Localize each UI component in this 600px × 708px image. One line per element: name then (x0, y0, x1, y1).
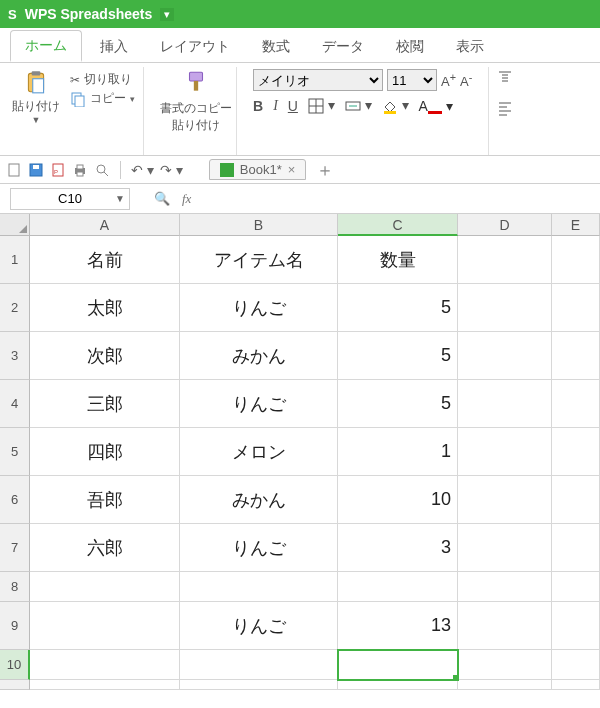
undo-button[interactable]: ↶ ▾ (131, 162, 154, 178)
row-header-1[interactable]: 1 (0, 236, 30, 284)
cell-C11[interactable] (338, 680, 458, 690)
name-box-dropdown-icon[interactable]: ▼ (115, 193, 125, 204)
align-left-button[interactable] (497, 98, 513, 115)
bold-button[interactable]: B (253, 98, 263, 114)
save-icon[interactable] (28, 161, 44, 178)
col-header-b[interactable]: B (180, 214, 338, 236)
cell-B5[interactable]: メロン (180, 428, 338, 476)
cell-C5[interactable]: 1 (338, 428, 458, 476)
font-size-select[interactable]: 11 (387, 69, 437, 91)
cell-D3[interactable] (458, 332, 552, 380)
cell-E10[interactable] (552, 650, 600, 680)
tab-view[interactable]: 表示 (442, 32, 498, 61)
workbook-tab[interactable]: Book1* × (209, 159, 307, 180)
paste-dropdown-icon[interactable]: ▼ (32, 115, 41, 125)
cell-E2[interactable] (552, 284, 600, 332)
cell-B8[interactable] (180, 572, 338, 602)
print-icon[interactable] (72, 161, 88, 178)
merge-button[interactable]: ▾ (345, 97, 372, 114)
cell-C1[interactable]: 数量 (338, 236, 458, 284)
cell-B10[interactable] (180, 650, 338, 680)
trace-search-icon[interactable]: 🔍 (154, 191, 170, 206)
underline-button[interactable]: U (288, 98, 298, 114)
cell-D11[interactable] (458, 680, 552, 690)
increase-font-icon[interactable]: A+ (441, 71, 456, 89)
name-box[interactable]: C10 ▼ (10, 188, 130, 210)
font-color-button[interactable]: A ▾ (419, 98, 453, 114)
format-painter-icon[interactable] (183, 69, 209, 98)
cell-B2[interactable]: りんご (180, 284, 338, 332)
cell-A1[interactable]: 名前 (30, 236, 180, 284)
redo-button[interactable]: ↷ ▾ (160, 162, 183, 178)
cell-E8[interactable] (552, 572, 600, 602)
select-all-corner[interactable] (0, 214, 30, 236)
fx-icon[interactable]: fx (182, 191, 191, 207)
row-header-5[interactable]: 5 (0, 428, 30, 476)
row-header-8[interactable]: 8 (0, 572, 30, 602)
cell-D2[interactable] (458, 284, 552, 332)
print-preview-icon[interactable] (94, 161, 110, 178)
col-header-d[interactable]: D (458, 214, 552, 236)
cell-E3[interactable] (552, 332, 600, 380)
cell-C4[interactable]: 5 (338, 380, 458, 428)
row-header-3[interactable]: 3 (0, 332, 30, 380)
cell-A11[interactable] (30, 680, 180, 690)
decrease-font-icon[interactable]: A- (460, 71, 472, 89)
copy-dropdown-icon[interactable]: ▾ (130, 94, 135, 104)
cell-C7[interactable]: 3 (338, 524, 458, 572)
cell-C8[interactable] (338, 572, 458, 602)
cell-D10[interactable] (458, 650, 552, 680)
cell-C3[interactable]: 5 (338, 332, 458, 380)
cell-B4[interactable]: りんご (180, 380, 338, 428)
row-header-11[interactable] (0, 680, 30, 690)
tab-home[interactable]: ホーム (10, 30, 82, 62)
font-name-select[interactable]: メイリオ (253, 69, 383, 91)
cell-B3[interactable]: みかん (180, 332, 338, 380)
add-tab-button[interactable]: ＋ (316, 158, 334, 182)
cell-A8[interactable] (30, 572, 180, 602)
formula-input[interactable] (199, 188, 600, 210)
cell-B7[interactable]: りんご (180, 524, 338, 572)
tab-layout[interactable]: レイアウト (146, 32, 244, 61)
cell-B9[interactable]: りんご (180, 602, 338, 650)
col-header-a[interactable]: A (30, 214, 180, 236)
title-bar-menu-button[interactable]: ▾ (160, 8, 174, 21)
tab-formulas[interactable]: 数式 (248, 32, 304, 61)
col-header-e[interactable]: E (552, 214, 600, 236)
row-header-10[interactable]: 10 (0, 650, 30, 680)
fill-color-button[interactable]: ▾ (382, 97, 409, 114)
copy-button[interactable]: コピー ▾ (70, 90, 135, 107)
italic-button[interactable]: I (273, 98, 278, 114)
cell-A3[interactable]: 次郎 (30, 332, 180, 380)
cell-D9[interactable] (458, 602, 552, 650)
cell-D1[interactable] (458, 236, 552, 284)
cell-A7[interactable]: 六郎 (30, 524, 180, 572)
cell-E1[interactable] (552, 236, 600, 284)
cell-A4[interactable]: 三郎 (30, 380, 180, 428)
border-button[interactable]: ▾ (308, 97, 335, 114)
tab-data[interactable]: データ (308, 32, 378, 61)
cell-C6[interactable]: 10 (338, 476, 458, 524)
tab-insert[interactable]: 挿入 (86, 32, 142, 61)
paste-icon[interactable] (23, 69, 49, 98)
cell-D7[interactable] (458, 524, 552, 572)
cell-E9[interactable] (552, 602, 600, 650)
cell-C2[interactable]: 5 (338, 284, 458, 332)
cell-A10[interactable] (30, 650, 180, 680)
row-header-4[interactable]: 4 (0, 380, 30, 428)
cell-B11[interactable] (180, 680, 338, 690)
cell-E6[interactable] (552, 476, 600, 524)
cell-D5[interactable] (458, 428, 552, 476)
cell-D6[interactable] (458, 476, 552, 524)
cell-D8[interactable] (458, 572, 552, 602)
cell-E5[interactable] (552, 428, 600, 476)
cell-E4[interactable] (552, 380, 600, 428)
row-header-2[interactable]: 2 (0, 284, 30, 332)
close-tab-button[interactable]: × (288, 162, 296, 177)
row-header-6[interactable]: 6 (0, 476, 30, 524)
cell-A5[interactable]: 四郎 (30, 428, 180, 476)
cell-A6[interactable]: 吾郎 (30, 476, 180, 524)
cut-button[interactable]: ✂ 切り取り (70, 71, 135, 88)
row-header-7[interactable]: 7 (0, 524, 30, 572)
cell-D4[interactable] (458, 380, 552, 428)
